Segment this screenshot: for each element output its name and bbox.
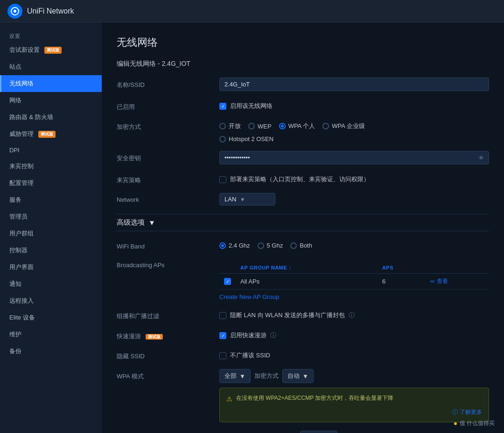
guest-policy-checkbox[interactable] bbox=[219, 176, 226, 183]
radio-circle-hotspot2 bbox=[219, 136, 226, 142]
form-title: 编辑无线网络 - 2.4G_IOT bbox=[117, 60, 489, 68]
learn-more-text: 了解更多 bbox=[460, 408, 482, 416]
content-area: 无线网络 编辑无线网络 - 2.4G_IOT 名称/SSID 已启用 ✓ 启用该… bbox=[102, 22, 504, 433]
wpa-mode-select[interactable]: 全部 ▼ bbox=[219, 369, 251, 383]
hidden-ssid-checkbox[interactable] bbox=[219, 352, 226, 359]
gtk-control: ✓ 启用 GTK 密匙更换于每 秒 bbox=[219, 431, 489, 433]
fast-roaming-info-icon[interactable]: ⓘ bbox=[270, 331, 276, 340]
guest-policy-control: 部署来宾策略（入口页控制、来宾验证、访问权限） bbox=[219, 173, 489, 184]
sidebar-item-dpi[interactable]: DPI bbox=[0, 142, 102, 158]
sidebar-item-elite-devices[interactable]: Elite 设备 bbox=[0, 309, 102, 326]
sidebar-item-network[interactable]: 网络 bbox=[0, 92, 102, 109]
fast-roaming-row: 快速漫游 测试版 ✓ 启用快速漫游 ⓘ bbox=[117, 329, 489, 341]
ssid-input-area bbox=[219, 78, 489, 91]
ssid-label: 名称/SSID bbox=[117, 78, 210, 89]
radio-circle-wpa-personal bbox=[279, 123, 286, 129]
sidebar-item-label: 来宾控制 bbox=[9, 162, 34, 170]
sidebar-item-config-management[interactable]: 配置管理 bbox=[0, 175, 102, 192]
sidebar-item-label: 用户界面 bbox=[9, 263, 34, 271]
sidebar-item-user-groups[interactable]: 用户群组 bbox=[0, 225, 102, 242]
radio-label-5ghz: 5 Ghz bbox=[267, 242, 283, 249]
radio-wpa-enterprise[interactable]: WPA 企业级 bbox=[322, 122, 365, 130]
encryption-radio-group: 开放 WEP WPA 个人 WPA 企业级 bbox=[219, 120, 489, 130]
chevron-down-icon: ▼ bbox=[239, 373, 245, 380]
sidebar-item-maintenance[interactable]: 维护 bbox=[0, 326, 102, 343]
ap-row-checkbox[interactable]: ✓ bbox=[224, 278, 231, 285]
gtk-input-row: ✓ 启用 GTK 密匙更换于每 秒 bbox=[219, 431, 489, 433]
wifi-band-radio-group: 2.4 Ghz 5 Ghz Both bbox=[219, 240, 489, 249]
network-select-value: LAN bbox=[224, 196, 236, 203]
enabled-checkbox-label[interactable]: ✓ 启用该无线网络 bbox=[219, 99, 489, 110]
radio-open[interactable]: 开放 bbox=[219, 122, 241, 130]
sidebar-item-router-firewall[interactable]: 路由器 & 防火墙 bbox=[0, 109, 102, 126]
radio-both[interactable]: Both bbox=[290, 242, 312, 249]
logo-area: UniFi Network bbox=[7, 4, 74, 19]
multicast-filter-text: 阻断 LAN 向 WLAN 发送的多播与广播封包 bbox=[230, 311, 345, 319]
fast-roaming-checkbox-label[interactable]: ✓ 启用快速漫游 ⓘ bbox=[219, 329, 489, 340]
ap-edit-button[interactable]: ✏ 查看 bbox=[430, 277, 484, 285]
multicast-filter-checkbox-label[interactable]: 阻断 LAN 向 WLAN 发送的多播与广播封包 ⓘ bbox=[219, 309, 489, 319]
encryption-row: 加密方式 开放 WEP WPA 个人 bbox=[117, 120, 489, 142]
sidebar-item-admin[interactable]: 管理员 bbox=[0, 208, 102, 225]
radio-5ghz[interactable]: 5 Ghz bbox=[258, 242, 283, 249]
sidebar-item-controller[interactable]: 控制器 bbox=[0, 242, 102, 259]
sidebar-item-label: 配置管理 bbox=[9, 179, 34, 187]
sidebar-item-label: 备份 bbox=[9, 347, 21, 355]
security-key-label: 安全密钥 bbox=[117, 151, 210, 163]
create-ap-group-link[interactable]: Create New AP Group bbox=[219, 293, 279, 300]
enabled-checkbox[interactable]: ✓ bbox=[219, 103, 226, 110]
sidebar-item-label: 无线网络 bbox=[9, 79, 34, 88]
sidebar-item-guest-control[interactable]: 来宾控制 bbox=[0, 158, 102, 175]
sidebar-item-user-interface[interactable]: 用户界面 bbox=[0, 259, 102, 276]
ap-table-col-name[interactable]: AP GROUP NAME ↑ bbox=[236, 262, 378, 274]
gtk-value-input[interactable] bbox=[300, 431, 337, 433]
checkmark-icon: ✓ bbox=[221, 104, 225, 109]
enabled-row: 已启用 ✓ 启用该无线网络 bbox=[117, 99, 489, 111]
sidebar-item-notifications[interactable]: 通知 bbox=[0, 276, 102, 292]
hidden-ssid-row: 隐藏 SSID 不广播该 SSID bbox=[117, 349, 489, 361]
radio-circle-24ghz bbox=[219, 242, 226, 249]
radio-wep[interactable]: WEP bbox=[248, 123, 272, 130]
sidebar-item-remote-access[interactable]: 远程接入 bbox=[0, 292, 102, 309]
sidebar-item-label: 远程接入 bbox=[9, 297, 34, 305]
sidebar-item-try-new-settings[interactable]: 尝试新设置 测试版 bbox=[0, 42, 102, 58]
advanced-options-toggle[interactable]: 高级选项 ▼ bbox=[117, 214, 489, 231]
beta-badge-threat: 测试版 bbox=[38, 131, 56, 138]
edit-label: 查看 bbox=[437, 277, 448, 285]
wifi-band-row: WiFi Band 2.4 Ghz 5 Ghz Both bbox=[117, 240, 489, 250]
learn-more-link[interactable]: ⓘ 了解更多 bbox=[452, 408, 482, 416]
checkmark-icon: ✓ bbox=[226, 279, 230, 284]
network-select[interactable]: LAN ▼ bbox=[219, 193, 275, 206]
guest-policy-checkbox-label[interactable]: 部署来宾策略（入口页控制、来宾验证、访问权限） bbox=[219, 173, 489, 184]
ap-row-name: All APs bbox=[236, 274, 378, 290]
hidden-ssid-checkbox-label[interactable]: 不广播该 SSID bbox=[219, 349, 489, 360]
security-key-control: 👁 bbox=[219, 151, 489, 164]
sidebar-item-threat-management[interactable]: 威胁管理 测试版 bbox=[0, 126, 102, 142]
sidebar-item-site[interactable]: 站点 bbox=[0, 58, 102, 75]
radio-hotspot2[interactable]: Hotspot 2 OSEN bbox=[219, 135, 273, 142]
warning-triangle-icon: ⚠ bbox=[226, 394, 232, 404]
radio-label-both: Both bbox=[300, 242, 312, 249]
security-key-input[interactable] bbox=[219, 151, 489, 164]
sidebar-item-backup[interactable]: 备份 bbox=[0, 343, 102, 360]
ssid-input[interactable] bbox=[219, 78, 489, 91]
ap-row-aps: 6 bbox=[378, 274, 426, 290]
chevron-down-icon: ▼ bbox=[302, 373, 308, 380]
show-password-icon[interactable]: 👁 bbox=[478, 154, 484, 161]
guest-policy-text: 部署来宾策略（入口页控制、来宾验证、访问权限） bbox=[230, 175, 370, 184]
page-title: 无线网络 bbox=[117, 35, 489, 50]
sidebar-item-services[interactable]: 服务 bbox=[0, 192, 102, 208]
fast-roaming-checkbox[interactable]: ✓ bbox=[219, 332, 226, 339]
sidebar-item-wireless[interactable]: 无线网络 bbox=[0, 75, 102, 92]
radio-wpa-personal[interactable]: WPA 个人 bbox=[279, 122, 315, 130]
multicast-info-icon[interactable]: ⓘ bbox=[349, 311, 355, 319]
multicast-filter-checkbox[interactable] bbox=[219, 312, 226, 319]
radio-label-24ghz: 2.4 Ghz bbox=[229, 242, 250, 249]
sidebar-item-label: 站点 bbox=[9, 63, 21, 71]
hidden-ssid-control: 不广播该 SSID bbox=[219, 349, 489, 360]
sidebar-item-label: DPI bbox=[9, 147, 20, 154]
encryption-mode-select[interactable]: 自动 ▼ bbox=[282, 369, 314, 383]
radio-24ghz[interactable]: 2.4 Ghz bbox=[219, 242, 250, 249]
checkmark-icon: ✓ bbox=[221, 333, 225, 338]
info-circle-icon: ⓘ bbox=[452, 408, 458, 416]
